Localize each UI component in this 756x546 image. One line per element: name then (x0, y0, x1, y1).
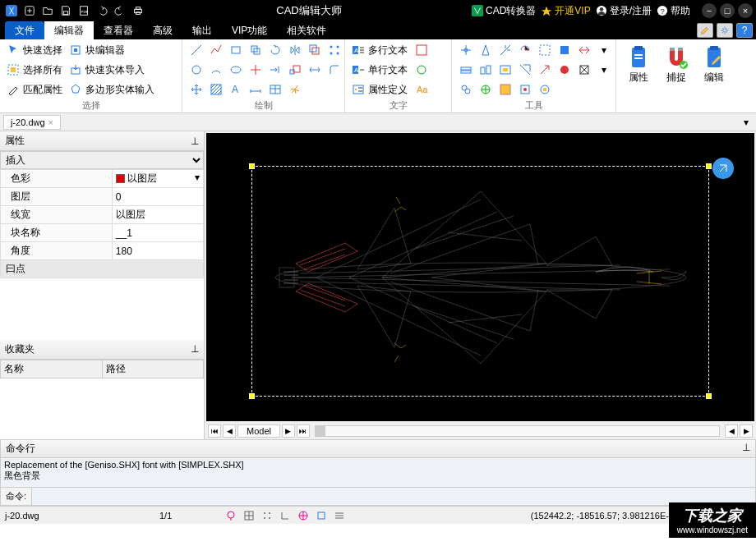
tool-10[interactable] (477, 61, 495, 79)
minimize-button[interactable]: − (702, 3, 717, 18)
prop-bname-value[interactable]: __1 (112, 224, 203, 242)
fav-path-header[interactable]: 路径 (102, 360, 204, 378)
snap-button[interactable]: 捕捉 (659, 41, 694, 99)
selection-handle[interactable] (706, 393, 712, 399)
tool-4[interactable] (516, 41, 534, 59)
extend-icon[interactable] (266, 61, 284, 79)
quick-select-button[interactable]: 快速选择 (5, 41, 64, 59)
stretch-icon[interactable] (306, 61, 324, 79)
ellipse-icon[interactable] (227, 61, 245, 79)
status-osnap-icon[interactable] (314, 508, 329, 523)
prop-point-group[interactable]: 曰点 (1, 260, 204, 278)
select-all-button[interactable]: 选择所有 (5, 61, 64, 79)
prop-angle-value[interactable]: 180 (112, 242, 203, 260)
insert-select[interactable]: 插入 (0, 151, 204, 169)
tool-15[interactable] (575, 61, 593, 79)
new-icon[interactable] (21, 2, 38, 19)
selection-handle[interactable] (706, 163, 712, 169)
tool-13[interactable] (536, 61, 554, 79)
menu-advanced[interactable]: 高级 (143, 21, 182, 39)
menu-output[interactable]: 输出 (182, 21, 222, 39)
tab-nav-last[interactable]: ⏭ (297, 424, 310, 438)
rotate-icon[interactable] (266, 41, 284, 59)
cad-convert-link[interactable]: CAD转换器 (472, 4, 536, 18)
line-icon[interactable] (187, 41, 205, 59)
drawing-canvas[interactable] (206, 133, 754, 421)
array-icon[interactable] (325, 41, 343, 59)
redo-icon[interactable] (112, 2, 128, 19)
text-tool-3[interactable]: Aa (413, 80, 431, 99)
tool-9[interactable] (457, 61, 475, 79)
menu-viewer[interactable]: 查看器 (94, 21, 143, 39)
attdef-button[interactable]: 属性定义 (350, 80, 409, 99)
menu-related[interactable]: 相关软件 (277, 21, 336, 39)
tool-19[interactable] (496, 80, 514, 99)
model-tab[interactable]: Model (237, 424, 280, 438)
maximize-button[interactable]: □ (720, 3, 735, 18)
paint-icon[interactable] (697, 23, 713, 38)
prop-color-value[interactable]: 以图层 ▾ (112, 170, 203, 188)
properties-button[interactable]: 属性 (621, 41, 656, 99)
mtext-button[interactable]: A多行文本 (350, 41, 409, 59)
poly-import-button[interactable]: 多边形实体输入 (67, 80, 156, 99)
scale-icon[interactable] (286, 61, 304, 79)
vip-link[interactable]: 开通VIP (541, 4, 590, 18)
match-props-button[interactable]: 匹配属性 (5, 80, 64, 99)
move-icon[interactable] (187, 80, 205, 99)
tool-17[interactable] (457, 80, 475, 99)
scroll-left[interactable]: ◀ (725, 424, 738, 438)
tool-3[interactable] (496, 41, 514, 59)
polyline-icon[interactable] (207, 41, 225, 59)
quick-import-button[interactable]: 快速实体导入 (67, 61, 156, 79)
rect-icon[interactable] (227, 41, 245, 59)
fillet-icon[interactable] (325, 61, 343, 79)
tool-8[interactable]: ▾ (595, 41, 613, 59)
help-link[interactable]: ?帮助 (657, 4, 690, 18)
hatch-icon[interactable] (207, 80, 225, 99)
status-lw-icon[interactable] (332, 508, 347, 523)
tool-6[interactable] (555, 41, 574, 59)
hscrollbar[interactable] (315, 425, 720, 437)
tab-nav-next[interactable]: ▶ (282, 424, 295, 438)
settings-icon[interactable] (717, 23, 733, 38)
tool-2[interactable] (477, 41, 495, 59)
status-polar-icon[interactable] (296, 508, 311, 523)
scroll-right[interactable]: ▶ (740, 424, 753, 438)
status-balloon-icon[interactable] (224, 508, 238, 523)
pin-icon[interactable]: ⊥ (742, 442, 750, 456)
tool-14[interactable] (555, 61, 574, 79)
prop-layer-value[interactable]: 0 (112, 188, 203, 206)
arc-icon[interactable] (207, 61, 225, 79)
close-button[interactable]: × (738, 3, 753, 18)
tool-12[interactable] (516, 61, 534, 79)
file-tab[interactable]: j-20.dwg× (3, 115, 61, 130)
selection-handle[interactable] (249, 163, 255, 169)
status-grid-icon[interactable] (242, 508, 256, 523)
edit-button[interactable]: 编辑 (697, 41, 731, 99)
tool-21[interactable] (536, 80, 554, 99)
block-editor-button[interactable]: 块编辑器 (67, 41, 156, 59)
pin-icon[interactable]: ⊥ (191, 135, 199, 147)
copy-icon[interactable] (247, 41, 265, 59)
print-icon[interactable] (130, 2, 146, 19)
login-link[interactable]: 登录/注册 (596, 4, 652, 18)
undo-icon[interactable] (94, 2, 110, 19)
tool-1[interactable] (457, 41, 475, 59)
canvas-info-badge[interactable] (712, 158, 734, 179)
dim-icon[interactable] (247, 80, 265, 99)
selection-handle[interactable] (249, 393, 255, 399)
prop-lw-value[interactable]: 以图层 (112, 206, 203, 224)
tool-11[interactable] (496, 61, 514, 79)
save-icon[interactable] (58, 2, 74, 19)
tool-16[interactable]: ▾ (595, 61, 613, 79)
tool-7[interactable] (575, 41, 593, 59)
fav-name-header[interactable]: 名称 (1, 360, 103, 378)
mirror-icon[interactable] (286, 41, 304, 59)
trim-icon[interactable] (247, 61, 265, 79)
text-tool-1[interactable] (413, 41, 431, 59)
tool-18[interactable] (477, 80, 495, 99)
tab-dropdown-icon[interactable]: ▾ (740, 116, 753, 129)
menu-editor[interactable]: 编辑器 (44, 21, 94, 39)
circle-icon[interactable] (187, 61, 205, 79)
text-draw-icon[interactable]: A (227, 80, 245, 99)
